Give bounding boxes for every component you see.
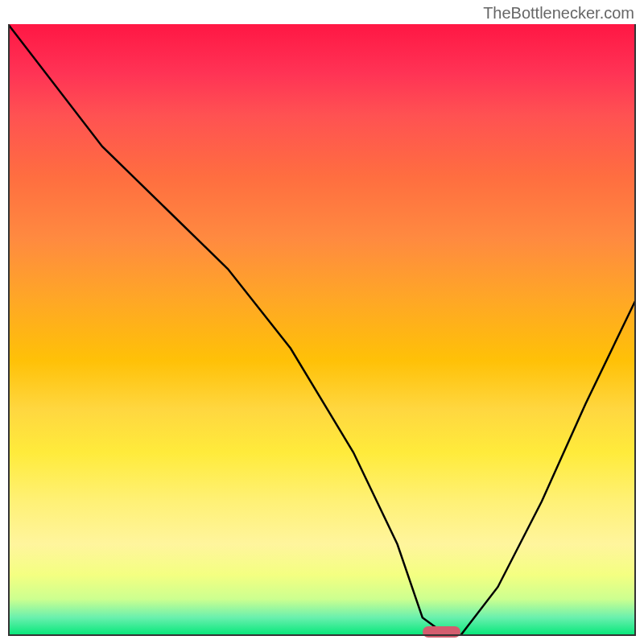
y-axis-left bbox=[8, 24, 10, 636]
watermark-text: TheBottlenecker.com bbox=[483, 4, 634, 23]
x-axis bbox=[8, 634, 636, 636]
chart-container bbox=[8, 24, 636, 636]
y-axis-right bbox=[634, 24, 636, 636]
curve-line bbox=[8, 24, 636, 636]
bottleneck-curve-svg bbox=[8, 24, 636, 636]
